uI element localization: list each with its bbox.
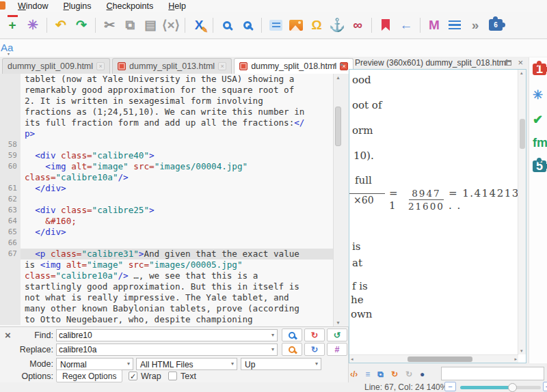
float-panel-icon[interactable] bbox=[505, 60, 511, 66]
code-line[interactable]: tablet (now at Yale University in the US… bbox=[21, 74, 333, 85]
chevron-down-icon[interactable]: ▾ bbox=[271, 332, 274, 338]
preview-vscrollbar[interactable]: ▴ ▾ bbox=[518, 70, 526, 354]
sync-icon[interactable]: ↻ bbox=[405, 370, 412, 378]
cut-icon[interactable]: ✂ bbox=[101, 16, 118, 34]
code-line[interactable] bbox=[21, 238, 333, 249]
text-checkbox[interactable] bbox=[168, 372, 177, 380]
tab-close-icon[interactable]: × bbox=[218, 62, 226, 70]
filter-select[interactable]: All HTML Files ▾ bbox=[136, 358, 237, 370]
toolbar-overflow-chevron[interactable]: » bbox=[467, 16, 483, 34]
replace-input[interactable] bbox=[59, 344, 267, 355]
scroll-down-icon[interactable]: ▾ bbox=[334, 320, 343, 326]
code-line[interactable]: not what is really impressive. The Yale … bbox=[21, 292, 333, 303]
copy-icon[interactable]: ⧉ bbox=[122, 16, 138, 34]
code-line[interactable]: 2. It is written in sexagesimal form inv… bbox=[21, 96, 333, 107]
replace-combobox[interactable]: ▾ bbox=[56, 344, 278, 356]
editor-scrollbar-thumb[interactable] bbox=[335, 107, 341, 146]
red-puzzle-plugin-icon[interactable]: 1 bbox=[533, 61, 547, 76]
insert-image-icon[interactable] bbox=[288, 16, 304, 34]
replace-all-button[interactable]: ↻ bbox=[304, 343, 325, 356]
code-line[interactable]: <div class="calibre25"> bbox=[21, 205, 333, 216]
outline-icon[interactable]: ≡ bbox=[365, 370, 370, 378]
code-line[interactable]: fractions as (1;24,51,10). We can write … bbox=[21, 107, 333, 117]
code-line[interactable]: &#160; bbox=[21, 216, 333, 227]
sparkle-plugin-icon[interactable]: ✳ bbox=[533, 87, 547, 102]
zoom-slider[interactable] bbox=[460, 386, 541, 389]
find-undo-button[interactable]: ↺ bbox=[327, 328, 347, 341]
tab-dummy_split_013.html[interactable]: dummy_split_013.html× bbox=[112, 58, 232, 74]
find-replace-icon[interactable] bbox=[239, 16, 256, 34]
scroll-right-icon[interactable]: ▸ bbox=[514, 356, 517, 362]
anchor-icon[interactable]: ⚓ bbox=[329, 16, 345, 34]
preferences-gear-icon[interactable]: ✳ bbox=[25, 16, 41, 34]
mode-select[interactable]: Normal ▾ bbox=[56, 358, 133, 370]
menu-help[interactable]: Help bbox=[168, 1, 186, 11]
menu-plugins[interactable]: Plugins bbox=[63, 1, 91, 11]
zoom-slider-thumb[interactable] bbox=[508, 383, 517, 392]
fm-plugin-icon[interactable]: fm bbox=[533, 135, 547, 150]
chevron-down-icon[interactable]: ▾ bbox=[271, 346, 274, 352]
format-block-icon[interactable] bbox=[267, 16, 284, 34]
check-plugin-icon[interactable]: ✔ bbox=[533, 112, 547, 127]
code-line[interactable]: class="calibre10a"/> …, we see that this… bbox=[21, 270, 333, 281]
zoom-out-button[interactable]: − bbox=[444, 382, 456, 391]
code-line[interactable]: <div class="calibre40"> bbox=[21, 150, 333, 161]
code-line[interactable]: <p class="calibre31">And given that the … bbox=[21, 249, 333, 260]
bookmark-icon[interactable] bbox=[377, 16, 394, 34]
preview-hscrollbar-thumb[interactable] bbox=[408, 356, 472, 362]
code-line[interactable]: many other known Babylonian tablets, pro… bbox=[21, 303, 333, 314]
back-arrow-icon[interactable]: ← bbox=[398, 16, 414, 34]
tab-dummy_split_009.html[interactable]: dummy_split_009.html× bbox=[2, 58, 110, 74]
globe-icon[interactable]: ● bbox=[420, 370, 425, 378]
code-view-icon[interactable]: ‹/› bbox=[350, 370, 358, 378]
code-line[interactable]: to Otto Neugebauer, who, despite champio… bbox=[21, 314, 333, 325]
find-combobox[interactable]: ▾ bbox=[56, 329, 278, 341]
editor-rows[interactable]: tablet (now at Yale University in the US… bbox=[0, 74, 333, 326]
zoom-in-button[interactable]: + bbox=[543, 382, 547, 391]
close-preview-icon[interactable]: × bbox=[518, 57, 523, 68]
scroll-up-icon[interactable]: ▴ bbox=[334, 74, 343, 81]
code-line[interactable]: </div> bbox=[21, 227, 333, 238]
teal-puzzle-plugin-icon[interactable]: 5 bbox=[533, 158, 547, 173]
link-icon[interactable]: ∞ bbox=[349, 16, 366, 34]
code-line[interactable]: p> bbox=[21, 128, 333, 139]
scroll-up-icon[interactable]: ▴ bbox=[520, 70, 523, 76]
preview-hscrollbar[interactable]: ◂ ▸ bbox=[349, 354, 518, 363]
refresh-icon[interactable]: ↻ bbox=[391, 370, 398, 378]
code-line[interactable]: <img alt="image" src="images/00004.jpg" bbox=[21, 161, 333, 172]
markup-m-icon[interactable]: M bbox=[426, 16, 442, 34]
plugin-puzzle-icon[interactable]: 6 bbox=[488, 16, 504, 34]
editor-scrollbar[interactable]: ▴ ▾ bbox=[333, 74, 342, 326]
code-line[interactable]: remarkably good approximation for the sq… bbox=[21, 85, 333, 96]
code-snippet-icon[interactable]: ⟨×⟩ bbox=[163, 16, 179, 34]
menu-window[interactable]: Window bbox=[18, 1, 48, 11]
tab-scroll-right-icon[interactable]: ▸ bbox=[341, 61, 344, 68]
direction-select[interactable]: Up ▾ bbox=[241, 358, 321, 370]
edit-xml-icon[interactable]: X bbox=[191, 16, 207, 34]
find-icon[interactable] bbox=[219, 16, 235, 34]
redo-icon[interactable]: ↷ bbox=[73, 16, 90, 34]
scroll-down-icon[interactable]: ▾ bbox=[520, 348, 523, 354]
preview-vscrollbar-thumb[interactable] bbox=[520, 119, 525, 149]
replace-count-button[interactable]: # bbox=[327, 343, 347, 356]
find-all-button[interactable]: ↻ bbox=[304, 328, 325, 341]
wrap-checkbox[interactable]: ✓ bbox=[129, 372, 137, 380]
code-line[interactable]: </div> bbox=[21, 183, 333, 194]
quickstart-icon[interactable]: + bbox=[4, 16, 21, 34]
chevron-down-icon[interactable]: ▾ bbox=[8, 51, 10, 56]
paste-icon[interactable]: ▤ bbox=[142, 16, 159, 34]
undo-icon[interactable]: ↶ bbox=[53, 16, 69, 34]
code-line[interactable]: startlingly good approximation. But this… bbox=[21, 281, 333, 292]
regex-options-button[interactable]: Regex Options bbox=[56, 369, 122, 382]
code-line[interactable]: is <img alt="image" src="images/00005.jp… bbox=[21, 260, 333, 270]
copy-docs-icon[interactable]: ⧉ bbox=[377, 370, 384, 378]
list-lines-icon[interactable] bbox=[446, 16, 463, 34]
menu-checkpoints[interactable]: Checkpoints bbox=[107, 1, 154, 11]
find-input[interactable] bbox=[59, 330, 267, 341]
code-line[interactable]: its full fraction form and add up all th… bbox=[21, 117, 333, 128]
code-line[interactable] bbox=[21, 194, 333, 205]
code-line[interactable]: class="calibre10a"/> bbox=[21, 172, 333, 183]
replace-next-button[interactable] bbox=[282, 343, 302, 356]
tab-close-icon[interactable]: × bbox=[96, 62, 105, 70]
find-next-button[interactable] bbox=[282, 328, 302, 341]
